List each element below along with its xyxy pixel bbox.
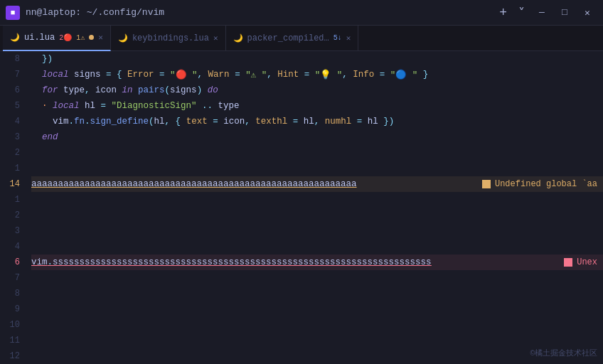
tab-warning-count: 1⚠ xyxy=(76,33,85,42)
editor-content: 8 7 6 5 4 3 2 1 14 1 2 3 4 6 7 8 9 10 11… xyxy=(0,51,603,364)
code-line-blank3 xyxy=(31,192,603,208)
line-num-11: 11 xyxy=(6,333,20,348)
line-num-blank4: 4 xyxy=(6,239,20,255)
diag-error-msg: Unex xyxy=(564,257,597,267)
tab-dropdown-button[interactable]: ˅ xyxy=(514,5,529,21)
line-num-2: 2 xyxy=(6,145,20,161)
line-num-8b: 8 xyxy=(6,286,20,301)
tab-icon-keybindings: 🌙 xyxy=(118,33,128,43)
title-bar: ■ nn@laptop: ~/.config/nvim + ˅ — □ ✕ xyxy=(0,0,603,26)
code-line-3: end xyxy=(31,129,603,145)
code-line-8: }) xyxy=(31,51,603,67)
line-num-blank2: 2 xyxy=(6,208,20,223)
line-num-3: 3 xyxy=(6,129,20,145)
code-line-7: local signs = { Error = "🔴 ", Warn = "⚠ … xyxy=(31,67,603,82)
line-num-blank3: 3 xyxy=(6,223,20,239)
tab-close-ui-lua[interactable]: ✕ xyxy=(98,33,103,42)
tab-icon-ui-lua: 🌙 xyxy=(10,33,20,42)
code-line-blank8 xyxy=(31,286,603,301)
line-num-10: 10 xyxy=(6,317,20,333)
diag-warn-text: Undefined global `aa xyxy=(495,179,597,189)
line-num-4: 4 xyxy=(6,114,20,129)
line-num-1: 1 xyxy=(6,161,20,176)
diag-error-icon xyxy=(564,258,572,267)
line-num-8: 8 xyxy=(6,51,20,67)
code-line-blank4 xyxy=(31,208,603,223)
line-num-14: 14 xyxy=(6,176,20,192)
code-line-blank11 xyxy=(31,333,603,348)
code-line-blank12 xyxy=(31,348,603,364)
diag-warn-icon xyxy=(482,180,491,188)
title-bar-controls: + ˅ — □ ✕ xyxy=(495,3,597,23)
line-num-7: 7 xyxy=(6,67,20,82)
code-line-6: for type, icon in pairs(signs) do xyxy=(31,82,603,98)
tab-label-keybindings: keybindings.lua xyxy=(132,33,209,43)
code-line-blank2 xyxy=(31,161,603,176)
window-title: nn@laptop: ~/.config/nvim xyxy=(26,7,164,18)
maximize-button[interactable]: □ xyxy=(555,3,575,23)
code-line-blank1 xyxy=(31,145,603,161)
code-line-blank7 xyxy=(31,270,603,286)
window-icon: ■ xyxy=(6,6,20,20)
code-line-blank10 xyxy=(31,317,603,333)
code-line-blank6 xyxy=(31,239,603,255)
minimize-button[interactable]: — xyxy=(532,3,552,23)
title-bar-left: ■ nn@laptop: ~/.config/nvim xyxy=(6,6,164,20)
watermark: ©橘土掘金技术社区 xyxy=(530,348,597,358)
line-num-9: 9 xyxy=(6,301,20,317)
code-line-14: W aaaaaaaaaaaaaaaaaaaaaaaaaaaaaaaaaaaaaa… xyxy=(31,176,603,192)
code-area: }) local signs = { Error = "🔴 ", Warn = … xyxy=(26,51,603,364)
tab-label-ui-lua: ui.lua xyxy=(24,33,55,43)
tab-label-packer: packer_compiled… xyxy=(247,33,329,43)
editor-wrapper: 8 7 6 5 4 3 2 1 14 1 2 3 4 6 7 8 9 10 11… xyxy=(0,51,603,364)
code-line-blank5 xyxy=(31,223,603,239)
diag-error-text: Unex xyxy=(577,257,597,267)
code-line-5: · local hl = "DiagnosticSign" .. type xyxy=(31,98,603,114)
tab-bar: 🌙 ui.lua 2🔴 1⚠ ✕ 🌙 keybindings.lua ✕ 🌙 p… xyxy=(0,26,603,51)
tab-close-keybindings[interactable]: ✕ xyxy=(213,33,218,43)
tab-modified-dot xyxy=(89,35,94,40)
line-num-12: 12 xyxy=(6,348,20,364)
new-tab-button[interactable]: + xyxy=(495,6,511,20)
tab-icon-packer: 🌙 xyxy=(233,33,243,43)
diag-warn-msg: Undefined global `aa xyxy=(482,179,597,189)
tab-keybindings-lua[interactable]: 🌙 keybindings.lua ✕ xyxy=(111,26,226,51)
tab-packer-suffix: 5↓ xyxy=(333,34,342,42)
line-num-7b: 7 xyxy=(6,270,20,286)
line-numbers: 8 7 6 5 4 3 2 1 14 1 2 3 4 6 7 8 9 10 11… xyxy=(0,51,26,364)
tab-error-count: 2🔴 xyxy=(59,33,72,42)
code-line-blank9 xyxy=(31,301,603,317)
close-button[interactable]: ✕ xyxy=(577,3,597,23)
tab-close-packer[interactable]: ✕ xyxy=(346,33,351,43)
code-line-6-error: E vim.ssssssssssssssssssssssssssssssssss… xyxy=(31,255,603,270)
tab-packer-compiled[interactable]: 🌙 packer_compiled… 5↓ ✕ xyxy=(226,26,359,51)
line-num-blank1: 1 xyxy=(6,192,20,208)
line-num-6b: 6 xyxy=(6,255,20,270)
line-num-6: 6 xyxy=(6,82,20,98)
code-line-4: vim.fn.sign_define(hl, { text = icon, te… xyxy=(31,114,603,129)
tab-ui-lua[interactable]: 🌙 ui.lua 2🔴 1⚠ ✕ xyxy=(3,26,111,51)
line-num-5: 5 xyxy=(6,98,20,114)
